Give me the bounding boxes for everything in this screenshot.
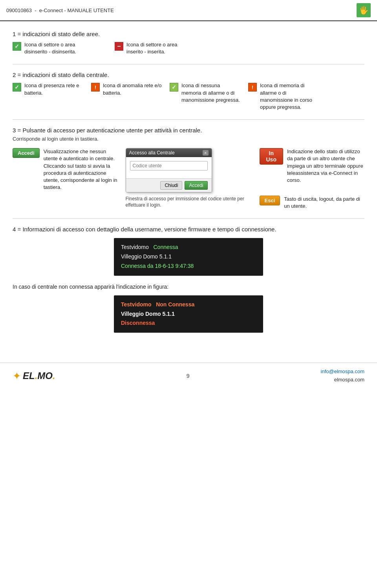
page-header: 090010863 - e-Connect - MANUALE UTENTE 🖐 <box>0 0 377 21</box>
disconnected-username: Testvidomo <box>121 301 152 308</box>
icon-item-presenza: ✓ Icona di presenza rete e batteria. <box>13 82 83 96</box>
icon-presenza-text: Icona di presenza rete e batteria. <box>24 82 83 96</box>
doc-id: 090010863 <box>6 7 32 13</box>
connected-firmware: Villeggio Domo 5.1.1 <box>121 253 172 260</box>
section-3-title-text: 3 = Pulsante di accesso per autenticazio… <box>13 127 202 134</box>
section-3-subtitle-text: Corrisponde al login utente in tastiera. <box>13 136 99 142</box>
esci-button-area: Esci <box>260 196 280 205</box>
disconnected-firmware-line: Villeggio Domo 5.1.1 <box>121 310 256 319</box>
modal-accedi-button[interactable]: Accedi <box>185 181 207 190</box>
esci-desc-text: Tasto di uscita, logout, da parte di un … <box>284 196 364 210</box>
section-4-title: 4 = Informazioni di accesso con dettagli… <box>13 226 364 233</box>
section-2: 2 = indicazioni di stato della centrale.… <box>13 71 364 111</box>
footer-star-icon: ✦ <box>13 370 21 382</box>
icon-anomalia-text: Icona di anomalia rete e/o batteria. <box>103 82 162 96</box>
modal-title-text: Accesso alla Centrale <box>129 150 175 156</box>
connected-username-line: Testvidomo Connessa <box>121 243 256 252</box>
section-1-title: 1 = indicazioni di stato delle aree. <box>13 31 364 37</box>
main-content: 1 = indicazioni di stato delle aree. ✓ I… <box>0 21 377 351</box>
codice-utente-input[interactable] <box>130 161 208 170</box>
footer-logo: ✦ EL.MO. <box>13 370 55 382</box>
in-uso-desc-text: Indicazione dello stato di utilizzo da p… <box>287 148 364 184</box>
section-1: 1 = indicazioni di stato delle aree. ✓ I… <box>13 31 364 55</box>
icon-item-inserito: − Icona di settore o area inserito - ins… <box>115 41 193 55</box>
section-3-subtitle: Corrisponde al login utente in tastiera. <box>13 136 364 142</box>
accedi-button[interactable]: Accedi <box>13 148 40 158</box>
manual-title: e-Connect - MANUALE UTENTE <box>39 7 114 13</box>
modal-titlebar: Accesso alla Centrale × <box>126 148 212 157</box>
connected-connection-line: Connessa da 18-6-13 9:47:38 <box>121 262 256 271</box>
accedi-button-area: Accedi <box>13 148 40 158</box>
icon-disinserito-text: Icona di settore o area disinserito - di… <box>24 41 91 55</box>
divider-2 <box>13 119 364 120</box>
divider-1 <box>13 64 364 64</box>
icon-item-nessuna-memoria: ✓ Icona di nessuna memoria di allarme o … <box>170 82 240 104</box>
footer-website: elmospa.com <box>321 376 364 384</box>
esci-item: Esci Tasto di uscita, logout, da parte d… <box>260 196 365 210</box>
disconnected-info-display: Testvidomo Non Connessa Villeggio Domo 5… <box>114 295 263 333</box>
footer-contact: info@elmospa.com elmospa.com <box>321 368 364 384</box>
in-uso-item: In Uso Indicazione dello stato di utiliz… <box>260 148 365 184</box>
inuso-esci-column: In Uso Indicazione dello stato di utiliz… <box>260 148 365 210</box>
connected-firmware-line: Villeggio Domo 5.1.1 <box>121 252 256 262</box>
in-uso-button-area: In Uso <box>260 148 283 165</box>
modal-column: Accesso alla Centrale × Chiudi Accedi Fi… <box>126 148 252 208</box>
hand-icon: 🖐 <box>359 5 369 15</box>
section-3: 3 = Pulsante di accesso per autenticazio… <box>13 127 364 210</box>
footer-logo-text: EL.MO. <box>23 370 55 381</box>
esci-button[interactable]: Esci <box>260 196 280 205</box>
green-check-icon: ✓ <box>13 42 21 51</box>
modal-caption-text: Finestra di accesso per immissione del c… <box>126 196 252 208</box>
section-1-icons: ✓ Icona di settore o area disinserito - … <box>13 41 364 55</box>
disconnected-username-line: Testvidomo Non Connessa <box>121 300 256 310</box>
icon-anomalia-warning: ! <box>91 83 100 92</box>
icon-inserito-text: Icona di settore o area inserito - inser… <box>126 41 193 55</box>
red-minus-icon: − <box>115 42 123 51</box>
page-footer: ✦ EL.MO. 9 info@elmospa.com elmospa.com <box>0 363 377 389</box>
disconnected-status: Non Connessa <box>156 301 194 308</box>
section-4: 4 = Informazioni di accesso con dettagli… <box>13 226 364 333</box>
section-2-title: 2 = indicazioni di stato della centrale. <box>13 71 364 78</box>
connected-info-display: Testvidomo Connessa Villeggio Domo 5.1.1… <box>114 238 263 275</box>
icon-nessuna-check: ✓ <box>170 83 178 92</box>
disconnected-firmware: Villeggio Domo 5.1.1 <box>121 311 175 317</box>
icon-item-disinserito: ✓ Icona di settore o area disinserito - … <box>13 41 91 55</box>
section-2-icons: ✓ Icona di presenza rete e batteria. ! I… <box>13 82 364 111</box>
section-3-title: 3 = Pulsante di accesso per autenticazio… <box>13 127 364 134</box>
footer-email: info@elmospa.com <box>321 368 364 376</box>
connected-username: Testvidomo <box>121 244 149 250</box>
in-uso-button[interactable]: In Uso <box>260 148 283 165</box>
modal-body <box>126 157 212 178</box>
icon-nessuna-text: Icona di nessuna memoria di allarme o di… <box>181 82 240 104</box>
icon-item-anomalia: ! Icona di anomalia rete e/o batteria. <box>91 82 162 96</box>
icon-presenza-check: ✓ <box>13 83 21 92</box>
icon-memoria-warning: ! <box>248 83 257 92</box>
icon-memoria-text: Icona di memoria di allarme o di manomis… <box>260 82 319 111</box>
accedi-column: Accedi Visualizzazione che nessun utente… <box>13 148 118 191</box>
divider-3 <box>13 218 364 219</box>
section-1-title-text: 1 = indicazioni di stato delle aree. <box>13 31 100 37</box>
accedi-item: Accedi Visualizzazione che nessun utente… <box>13 148 118 191</box>
section-3-items: Accedi Visualizzazione che nessun utente… <box>13 148 364 210</box>
login-modal: Accesso alla Centrale × Chiudi Accedi <box>126 148 212 192</box>
modal-chiudi-button[interactable]: Chiudi <box>160 181 182 190</box>
section-2-title-text: 2 = indicazioni di stato della centrale. <box>13 71 109 78</box>
disconnected-label: In caso di centrale non connessa apparir… <box>13 284 364 290</box>
header-title: 090010863 - e-Connect - MANUALE UTENTE <box>6 7 114 13</box>
footer-page-number: 9 <box>187 373 190 379</box>
section-4-title-text: 4 = Informazioni di accesso con dettagli… <box>13 226 276 233</box>
accedi-desc-text: Visualizzazione che nessun utente è aute… <box>44 148 118 191</box>
header-logo-icon: 🖐 <box>357 3 371 17</box>
icon-item-memoria: ! Icona di memoria di allarme o di manom… <box>248 82 319 111</box>
connected-status: Connessa <box>153 244 178 250</box>
connected-connection: Connessa da 18-6-13 9:47:38 <box>121 263 194 269</box>
disconnected-connection-line: Disconnessa <box>121 319 256 328</box>
disconnected-connection: Disconnessa <box>121 320 155 326</box>
modal-close-button[interactable]: × <box>203 150 208 156</box>
modal-footer: Chiudi Accedi <box>126 178 212 192</box>
